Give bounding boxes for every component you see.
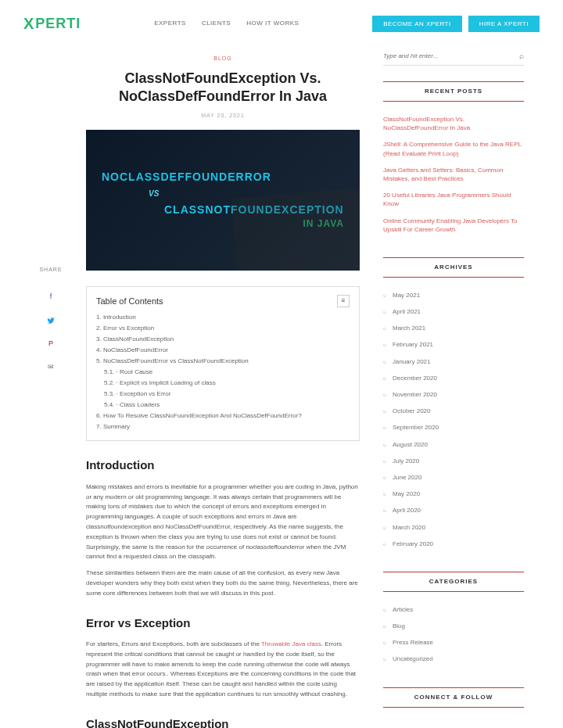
- category-link[interactable]: Blog: [383, 618, 524, 634]
- categories-list: Articles Blog Press Release Uncategorize…: [383, 601, 524, 668]
- main-nav: EXPERTS CLIENTS HOW IT WORKS: [154, 19, 299, 28]
- recent-post-link[interactable]: Java Getters and Setters: Basics, Common…: [383, 162, 524, 187]
- hero-image: NOCLASSDEFFOUNDERROR VS CLASSNOTFOUNDEXC…: [86, 130, 360, 271]
- toc-list: 1. Introduction 2. Error vs Exception 3.…: [96, 312, 350, 432]
- recent-post-link[interactable]: ClassNotFoundException Vs. NoClassDefFou…: [383, 111, 524, 136]
- toc-item[interactable]: 7. Summary: [96, 421, 350, 432]
- table-of-contents: Table of Contents ≡ 1. Introduction 2. E…: [86, 286, 360, 442]
- recent-post-link[interactable]: Online Community Enabling Java Developer…: [383, 213, 524, 238]
- archive-link[interactable]: August 2020: [383, 436, 524, 453]
- archive-link[interactable]: April 2020: [383, 502, 524, 518]
- archives-list: May 2021 April 2021 March 2021 February …: [383, 287, 524, 552]
- toc-item[interactable]: 1. Introduction: [96, 312, 350, 323]
- archive-link[interactable]: April 2021: [383, 303, 524, 320]
- archive-link[interactable]: July 2020: [383, 453, 524, 469]
- toc-item[interactable]: 5.2. · Explicit vs Implicit Loading of c…: [96, 378, 350, 389]
- heading-introduction: Introduction: [86, 457, 360, 475]
- search-input[interactable]: [383, 52, 519, 59]
- recent-post-link[interactable]: 20 Useful Libraries Java Programmers Sho…: [383, 187, 524, 212]
- section-classnotfound: ClassNotFoundException ClassNotFoundExce…: [86, 715, 360, 728]
- toc-item[interactable]: 5.1. · Root Cause: [96, 367, 350, 378]
- widget-title: CONNECT & FOLLOW: [383, 687, 524, 708]
- archive-link[interactable]: February 2020: [383, 536, 524, 552]
- pinterest-icon[interactable]: P: [44, 337, 58, 351]
- logo-text: PERTI: [35, 13, 81, 34]
- hire-xperti-button[interactable]: HIRE A XPERTI: [468, 16, 540, 32]
- header-buttons: BECOME AN XPERTI HIRE A XPERTI: [372, 16, 540, 32]
- widget-title: ARCHIVES: [383, 257, 524, 278]
- toc-title: Table of Contents: [96, 295, 163, 308]
- toc-item[interactable]: 2. Error vs Exception: [96, 323, 350, 334]
- archive-link[interactable]: May 2020: [383, 486, 524, 502]
- categories-widget: CATEGORIES Articles Blog Press Release U…: [383, 572, 524, 668]
- archive-link[interactable]: June 2020: [383, 469, 524, 486]
- search-icon[interactable]: ⌕: [519, 50, 524, 62]
- hero-text-1: NOCLASSDEFFOUNDERROR: [102, 169, 360, 185]
- twitter-icon[interactable]: [44, 314, 58, 328]
- archive-link[interactable]: May 2021: [383, 287, 524, 303]
- header: X PERTI EXPERTS CLIENTS HOW IT WORKS BEC…: [0, 0, 563, 47]
- article-title: ClassNotFoundException Vs. NoClassDefFou…: [102, 70, 344, 106]
- archive-link[interactable]: September 2020: [383, 419, 524, 436]
- article-content: BLOG ClassNotFoundException Vs. NoClassD…: [86, 47, 360, 728]
- widget-title: RECENT POSTS: [383, 81, 524, 102]
- article-date: MAY 20, 2021: [86, 112, 360, 120]
- section-error-vs-exception: Error vs Exception For starters, Errors …: [86, 615, 360, 700]
- nav-howitworks[interactable]: HOW IT WORKS: [246, 19, 299, 28]
- paragraph: For starters, Errors and Exceptions, bot…: [86, 640, 360, 700]
- archive-link[interactable]: January 2021: [383, 353, 524, 370]
- archive-link[interactable]: November 2020: [383, 386, 524, 403]
- section-introduction: Introduction Making mistakes and errors …: [86, 457, 360, 598]
- search-box: ⌕: [383, 47, 524, 66]
- heading-error-vs-exception: Error vs Exception: [86, 615, 360, 633]
- category-link[interactable]: Articles: [383, 601, 524, 618]
- share-label: SHARE: [39, 266, 63, 274]
- category-link[interactable]: Uncategorized: [383, 651, 524, 667]
- archive-link[interactable]: March 2020: [383, 519, 524, 536]
- become-xperti-button[interactable]: BECOME AN XPERTI: [372, 16, 462, 32]
- logo[interactable]: X PERTI: [23, 12, 81, 35]
- sidebar: ⌕ RECENT POSTS ClassNotFoundException Vs…: [383, 47, 524, 728]
- toc-item[interactable]: 5.3. · Exception vs Error: [96, 389, 350, 400]
- heading-classnotfound: ClassNotFoundException: [86, 715, 360, 728]
- nav-clients[interactable]: CLIENTS: [202, 19, 231, 28]
- archives-widget: ARCHIVES May 2021 April 2021 March 2021 …: [383, 257, 524, 552]
- toc-item[interactable]: 5.4. · Class Loaders: [96, 400, 350, 411]
- share-rail: SHARE f P ✉: [39, 47, 63, 728]
- connect-widget: CONNECT & FOLLOW: [383, 687, 524, 708]
- archive-link[interactable]: March 2021: [383, 320, 524, 336]
- paragraph: These similarities between them are the …: [86, 568, 360, 598]
- category-link[interactable]: Press Release: [383, 634, 524, 651]
- archive-link[interactable]: February 2021: [383, 336, 524, 353]
- recent-posts-widget: RECENT POSTS ClassNotFoundException Vs. …: [383, 81, 524, 238]
- archive-link[interactable]: December 2020: [383, 370, 524, 386]
- archive-link[interactable]: October 2020: [383, 403, 524, 419]
- toc-toggle-icon[interactable]: ≡: [337, 295, 350, 307]
- paragraph: Making mistakes and errors is inevitable…: [86, 482, 360, 562]
- facebook-icon[interactable]: f: [44, 290, 58, 304]
- throwable-link[interactable]: Throwable Java class: [261, 640, 321, 647]
- toc-item[interactable]: 4. NoClassDefFoundError: [96, 345, 350, 356]
- toc-item[interactable]: 5. NoClassDefFoundError vs ClassNotFound…: [96, 356, 350, 367]
- toc-item[interactable]: 6. How To Resolve ClassNoFoundException …: [96, 411, 350, 421]
- breadcrumb[interactable]: BLOG: [86, 55, 360, 63]
- toc-item[interactable]: 3. ClassNotFoundException: [96, 334, 350, 345]
- recent-posts-list: ClassNotFoundException Vs. NoClassDefFou…: [383, 111, 524, 238]
- logo-icon: X: [23, 12, 34, 35]
- nav-experts[interactable]: EXPERTS: [154, 19, 186, 28]
- mail-icon[interactable]: ✉: [44, 360, 58, 375]
- widget-title: CATEGORIES: [383, 572, 524, 592]
- recent-post-link[interactable]: JShell: A Comprehensive Guide to the Jav…: [383, 136, 524, 161]
